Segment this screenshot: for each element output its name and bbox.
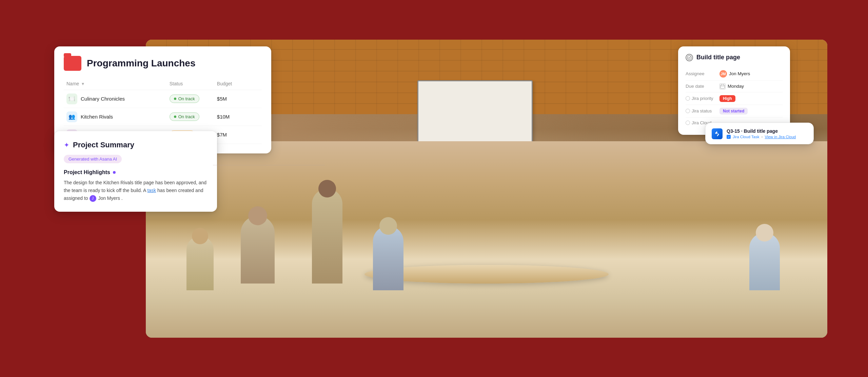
task-header: Build title page: [686, 54, 783, 61]
budget-cell-2: $10M: [214, 108, 262, 126]
jira-radio-icon: [686, 109, 690, 113]
person-5: [749, 233, 780, 290]
task-row-jira-status: Jira status Not started: [686, 105, 783, 118]
sparkle-icon: ✦: [64, 141, 70, 149]
project-icon-2: 👥: [66, 111, 77, 122]
project-name-cell: 🍽️ Culinary Chronicles: [64, 90, 167, 108]
avatar: JM: [719, 70, 727, 78]
highlights-title: Project Highlights: [64, 169, 208, 175]
table-row: 🍽️ Culinary Chronicles On track $5M: [64, 90, 262, 108]
status-badge: On track: [170, 112, 199, 121]
highlights-dot: [113, 171, 116, 174]
task-value-jira-status: Not started: [719, 108, 748, 114]
status-dot: [174, 98, 176, 100]
summary-text: The design for the Kitchen Rivals title …: [64, 179, 208, 202]
task-title: Build title page: [696, 54, 740, 61]
task-row-priority: Jira priority High: [686, 92, 783, 105]
task-value-date: Monday: [719, 83, 744, 89]
main-container: Programming Launches Name ▾ Status Budge…: [20, 19, 848, 358]
jira-radio-icon: [686, 96, 690, 101]
task-value-assignee: JM Jon Myers: [719, 70, 750, 78]
jira-check-icon: ✓: [727, 135, 731, 139]
svg-rect-1: [721, 85, 725, 88]
jira-status-badge: Not started: [719, 108, 748, 114]
status-dot: [174, 116, 176, 118]
table-row: 👥 Kitchen Rivals On track $10M: [64, 108, 262, 126]
project-name-cell: 👥 Kitchen Rivals: [64, 108, 167, 126]
jira-label-priority: Jira priority: [686, 96, 719, 101]
status-badge: On track: [170, 95, 199, 103]
col-header-budget: Budget: [214, 79, 262, 90]
project-icon-1: 🍽️: [66, 93, 77, 104]
jira-logo-icon: [714, 130, 721, 137]
task-row-due-date: Due date Monday: [686, 81, 783, 92]
person-4: [373, 226, 403, 290]
jira-card-title: Q3-15 · Build title page: [727, 128, 796, 134]
check-circle-icon: [686, 54, 693, 61]
avatar-inline: J: [90, 195, 96, 202]
jira-cloud-card: Q3-15 · Build title page ✓ Jira Cloud Ta…: [705, 123, 814, 144]
connector-line: [213, 165, 325, 166]
projects-card-header: Programming Launches: [64, 56, 262, 71]
ai-badge: Generated with Asana AI: [64, 155, 208, 169]
jira-card-header: Q3-15 · Build title page ✓ Jira Cloud Ta…: [712, 128, 807, 139]
svg-point-0: [687, 56, 691, 60]
col-header-name: Name ▾: [64, 79, 167, 90]
status-cell-2: On track: [167, 108, 214, 126]
jira-label-status: Jira status: [686, 108, 719, 113]
task-card: Build title page Assignee JM Jon Myers D…: [678, 46, 790, 135]
view-jira-link[interactable]: View in Jira Cloud: [765, 135, 796, 139]
person-2: [241, 216, 275, 284]
summary-title-row: ✦ Project Summary: [64, 141, 208, 149]
col-header-status: Status: [167, 79, 214, 90]
jira-radio-icon: [686, 121, 690, 125]
calendar-icon: [719, 83, 726, 89]
task-value-priority: High: [719, 95, 735, 102]
person-1: [186, 236, 214, 290]
status-cell-1: On track: [167, 90, 214, 108]
separator: •: [761, 135, 763, 139]
projects-card-title: Programming Launches: [87, 58, 196, 69]
checkmark-icon: [687, 55, 692, 60]
priority-badge: High: [719, 95, 735, 102]
summary-title: Project Summary: [73, 141, 134, 149]
jira-card-content: Q3-15 · Build title page ✓ Jira Cloud Ta…: [727, 128, 796, 139]
sort-icon: ▾: [82, 81, 84, 86]
summary-card: ✦ Project Summary Generated with Asana A…: [54, 131, 217, 212]
table-area: [146, 141, 827, 338]
folder-icon: [64, 56, 81, 71]
budget-cell-3: $7M: [214, 126, 262, 144]
jira-logo: [712, 128, 723, 139]
person-3: [312, 189, 342, 284]
task-row-assignee: Assignee JM Jon Myers: [686, 67, 783, 81]
task-link[interactable]: task: [147, 188, 156, 193]
budget-cell-1: $5M: [214, 90, 262, 108]
jira-card-subtitle: ✓ Jira Cloud Task • View in Jira Cloud: [727, 135, 796, 139]
